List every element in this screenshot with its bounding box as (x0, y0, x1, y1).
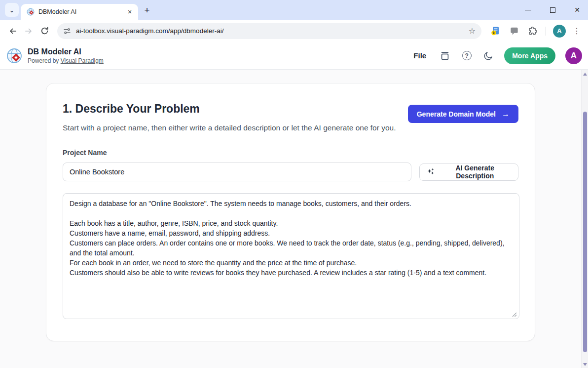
bookmark-star-icon[interactable]: ☆ (469, 26, 476, 36)
app-logo-icon (6, 47, 23, 64)
scroll-up-icon (583, 73, 587, 76)
browser-profile-avatar[interactable]: A (553, 25, 566, 38)
tab-search-button[interactable]: ⌄ (5, 3, 19, 17)
plus-icon: + (144, 5, 149, 16)
section-subheading: Start with a project name, then either w… (63, 122, 396, 134)
dark-mode-button[interactable] (482, 50, 494, 62)
back-arrow-icon (8, 27, 17, 36)
browser-titlebar: ⌄ DBModeler AI ✕ + ✕ (0, 0, 588, 20)
sparkles-icon (427, 167, 435, 176)
app-header: DB Modeler AI Powered by Visual Paradigm… (0, 42, 588, 70)
reload-icon (40, 27, 49, 35)
help-icon: ? (462, 51, 472, 60)
forward-button[interactable] (21, 23, 37, 39)
scrollbar-up-button[interactable] (582, 73, 588, 76)
browser-toolbar: ai-toolbox.visual-paradigm.com/app/dbmod… (0, 20, 588, 42)
app-titles: DB Modeler AI Powered by Visual Paradigm (28, 47, 104, 64)
maximize-icon (550, 7, 555, 13)
generate-domain-model-button[interactable]: Generate Domain Model → (408, 105, 518, 123)
scrollbar-down-button[interactable] (582, 363, 588, 366)
help-button[interactable]: ? (461, 50, 473, 62)
heading-block: 1. Describe Your Problem Start with a pr… (63, 102, 396, 134)
new-tab-button[interactable]: + (141, 4, 153, 16)
project-name-input[interactable] (63, 163, 411, 181)
window-controls: ✕ (524, 0, 581, 20)
more-apps-button[interactable]: More Apps (504, 47, 555, 64)
browser-menu-icon[interactable]: ⋮ (573, 26, 581, 36)
project-name-label: Project Name (63, 149, 518, 157)
scroll-down-icon (583, 363, 587, 366)
toolbar-right: A ⋮ (489, 25, 581, 38)
browser-tab[interactable]: DBModeler AI ✕ (21, 4, 138, 20)
url-text[interactable]: ai-toolbox.visual-paradigm.com/app/dbmod… (76, 27, 469, 35)
minimize-icon (525, 10, 531, 10)
favicon-icon (27, 8, 35, 16)
problem-description-textarea[interactable]: Design a database for an "Online Booksto… (63, 193, 519, 319)
back-button[interactable] (5, 23, 21, 39)
powered-by: Powered by Visual Paradigm (28, 57, 104, 64)
describe-problem-card: 1. Describe Your Problem Start with a pr… (46, 83, 535, 341)
forward-arrow-icon (24, 27, 33, 36)
tab-close-icon[interactable]: ✕ (125, 7, 134, 16)
app-title: DB Modeler AI (28, 47, 104, 56)
moon-icon (483, 51, 493, 61)
resize-handle[interactable] (512, 312, 517, 317)
extensions-puzzle-icon[interactable] (527, 25, 539, 37)
page-content: 1. Describe Your Problem Start with a pr… (0, 70, 581, 368)
visual-paradigm-link[interactable]: Visual Paradigm (61, 57, 104, 64)
section-heading: 1. Describe Your Problem (63, 102, 396, 116)
maximize-button[interactable] (549, 6, 556, 14)
site-settings-icon[interactable] (63, 27, 71, 35)
archive-icon[interactable] (439, 50, 451, 62)
chevron-down-icon: ⌄ (9, 6, 15, 14)
arrow-right-icon: → (502, 110, 510, 119)
minimize-button[interactable] (524, 6, 532, 14)
reload-button[interactable] (37, 23, 52, 39)
scrollbar-thumb[interactable] (583, 112, 587, 352)
tab-title: DBModeler AI (38, 8, 125, 15)
header-menu: File ? More Apps A (410, 47, 582, 64)
close-button[interactable]: ✕ (573, 6, 581, 14)
toolbar-divider (546, 27, 546, 36)
address-bar[interactable]: ai-toolbox.visual-paradigm.com/app/dbmod… (57, 23, 481, 39)
close-icon: ✕ (574, 6, 580, 13)
docs-extension-icon[interactable] (489, 25, 501, 37)
file-menu[interactable]: File (410, 49, 429, 62)
page-scrollbar[interactable] (581, 70, 588, 368)
ai-generate-description-button[interactable]: AI Generate Description (419, 164, 518, 181)
chat-extension-icon[interactable] (508, 25, 520, 37)
app-user-avatar[interactable]: A (565, 47, 582, 64)
